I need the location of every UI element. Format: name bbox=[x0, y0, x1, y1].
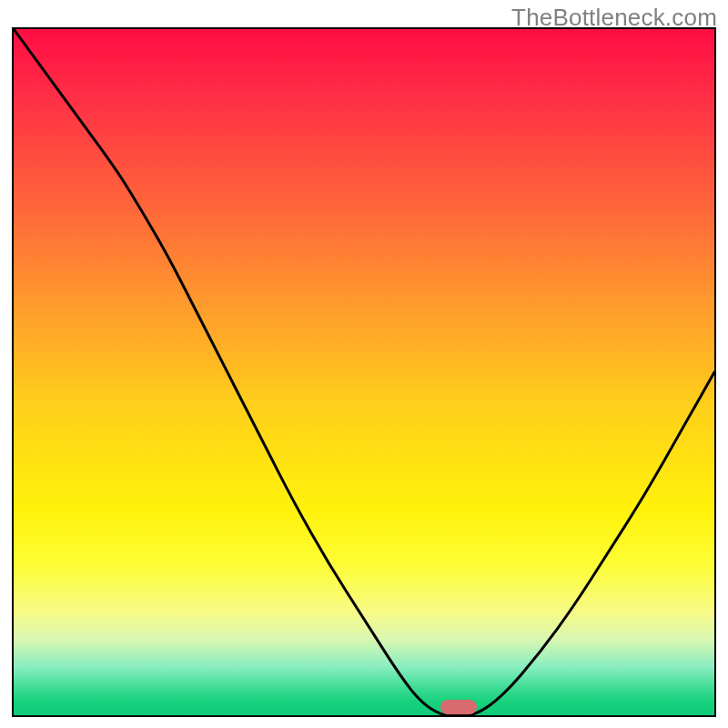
plot-area bbox=[12, 27, 716, 717]
optimum-marker bbox=[440, 700, 477, 714]
bottleneck-curve bbox=[14, 29, 714, 715]
chart-stage: TheBottleneck.com bbox=[0, 0, 728, 728]
curve-path bbox=[14, 29, 714, 715]
